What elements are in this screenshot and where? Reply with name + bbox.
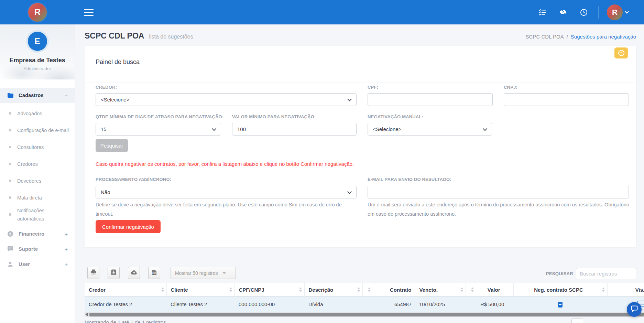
help-button[interactable]: ? [614, 47, 628, 58]
sort-icon[interactable] [299, 288, 302, 292]
sidebar-item-suporte[interactable]: Suporte + [0, 241, 75, 257]
bullet-icon [9, 163, 11, 165]
avatar[interactable]: E [28, 32, 47, 51]
negativacao-manual-label: NEGATIVAÇÃO MANUAL: [368, 114, 423, 119]
cell-neg-contrato [513, 297, 607, 312]
handshake-icon[interactable] [559, 8, 567, 17]
scroll-left-icon[interactable] [85, 313, 88, 316]
processamento-assincrono-label: PROCESSAMENTO ASSÍNCRONO: [96, 177, 171, 182]
save-button[interactable] [108, 267, 120, 279]
column-header-valor[interactable]: Valor [476, 283, 513, 297]
sidebar-item-financeiro[interactable]: $ Financeiro + [0, 226, 75, 241]
sidebar-item-credores[interactable]: Credores [0, 155, 75, 172]
column-header-descricao[interactable]: Descrição [304, 283, 362, 297]
expand-icon[interactable]: + [65, 231, 68, 237]
breadcrumb: SCPC CDL POA / Sugestões para negativaçã… [526, 34, 636, 40]
sidebar-item-notificacoes-automaticas[interactable]: Notificações automáticas [0, 206, 75, 223]
search-panel: Painel de busca ? CREDOR: <Selecione> CP… [85, 46, 636, 247]
bullet-icon [9, 180, 11, 182]
topbar: R R [0, 0, 644, 24]
expand-icon[interactable]: + [65, 261, 68, 267]
checkbox-minus-icon[interactable] [558, 302, 563, 308]
chat-widget-button[interactable] [627, 302, 642, 317]
sidebar-item-advogados[interactable]: Advogados [0, 105, 75, 122]
sort-icon[interactable] [602, 288, 605, 292]
collapse-icon[interactable]: − [65, 93, 68, 98]
negativacao-manual-select[interactable]: <Selecione> [368, 123, 492, 136]
email-resultado-field[interactable] [368, 186, 629, 198]
bullet-icon [9, 129, 11, 131]
user-icon [7, 261, 14, 268]
company-name: Empresa de Testes [0, 57, 75, 64]
pdf-export-button[interactable]: PDF [148, 267, 160, 279]
cell-contrato: 654987 [373, 297, 415, 312]
cloud-upload-button[interactable] [128, 267, 140, 279]
bullet-icon [9, 196, 11, 199]
user-avatar[interactable]: R [607, 4, 623, 20]
column-header-cliente[interactable]: Cliente [166, 283, 234, 297]
sort-icon[interactable] [460, 288, 463, 292]
sidebar-item-consultores[interactable]: Consultores [0, 139, 75, 155]
folder-icon [7, 92, 14, 99]
cell-extra-2 [466, 297, 476, 312]
topbar-icons [538, 8, 588, 17]
sidebar-item-configuracao-email[interactable]: Configuração de e-mail [0, 122, 75, 139]
column-header-contrato[interactable]: Contrato [373, 283, 415, 297]
confirmar-negativacao-button[interactable]: Confirmar negativação [96, 220, 161, 233]
expand-icon[interactable]: + [65, 246, 68, 252]
clock-icon[interactable] [580, 8, 588, 17]
column-header-credor[interactable]: Credor [85, 283, 166, 297]
processamento-assincrono-select[interactable]: Não [96, 186, 357, 198]
qtde-dias-label: QTDE MÍNIMA DE DIAS DE ATRASO PARA NEGAT… [96, 114, 223, 119]
pesquisar-button[interactable]: Pesquisar [96, 139, 128, 152]
sidebar-item-user[interactable]: User + [0, 257, 75, 272]
chevron-down-icon[interactable] [625, 11, 629, 14]
tasks-icon[interactable] [538, 8, 547, 17]
hamburger-icon[interactable] [84, 9, 94, 16]
sidebar-item-mala-direta[interactable]: Mala direta [0, 189, 75, 206]
avatar-ring: E [26, 30, 49, 53]
column-header-cpf-cnpj[interactable]: CPF/CNPJ [234, 283, 304, 297]
table-search-input[interactable] [576, 268, 636, 279]
show-entries-select[interactable]: Mostrar 50 registros [171, 267, 236, 279]
column-header-extra-1[interactable] [362, 283, 373, 297]
table-row[interactable]: Credor de Testes 2 Cliente Testes 2 000.… [85, 297, 644, 312]
sidebar-item-cadastros[interactable]: Cadastros − [0, 88, 75, 103]
sidebar-menu: Cadastros − Advogados Configuração de e-… [0, 88, 75, 272]
table-toolbar: PDF Mostrar 50 registros [87, 267, 236, 279]
sidebar-item-label: Suporte [19, 246, 38, 252]
print-button[interactable] [87, 267, 99, 279]
topbar-divider [598, 6, 599, 19]
sidebar-item-devedores[interactable]: Devedores [0, 172, 75, 189]
sort-icon[interactable] [357, 288, 360, 292]
results-table: Credor Cliente CPF/CNPJ Descrição Contra… [85, 283, 644, 312]
panel-title: Painel de busca [96, 58, 140, 66]
credor-select[interactable]: <Selecione> [96, 93, 357, 106]
column-header-vis[interactable]: Vis. [607, 283, 644, 297]
sort-icon[interactable] [161, 288, 164, 292]
column-header-neg-contrato-scpc[interactable]: Neg. contrato SCPC [513, 283, 607, 297]
column-header-extra-2[interactable] [466, 283, 476, 297]
app-logo[interactable]: R [28, 3, 47, 22]
cnpj-field[interactable] [504, 93, 629, 106]
column-header-vencto[interactable]: Vencto. [415, 283, 466, 297]
dollar-icon: $ [7, 230, 14, 237]
cpf-field[interactable] [368, 93, 493, 106]
pagination-button[interactable] [571, 319, 583, 323]
horizontal-scrollbar[interactable] [85, 312, 644, 317]
valor-minimo-field[interactable] [232, 123, 357, 136]
sort-icon[interactable] [471, 288, 474, 292]
question-icon: ? [618, 50, 624, 56]
breadcrumb-parent[interactable]: SCPC CDL POA [526, 34, 564, 40]
processamento-assincrono-help: Define se deve a negativação deve ser fe… [96, 200, 350, 219]
sidebar-item-label: Financeiro [19, 231, 44, 237]
scrollbar-thumb[interactable] [89, 313, 644, 316]
sort-icon[interactable] [368, 288, 371, 292]
breadcrumb-current[interactable]: Sugestões para negativação [571, 34, 636, 40]
qtde-dias-select[interactable]: 15 [96, 123, 221, 136]
sort-icon[interactable] [229, 288, 232, 292]
cadastros-submenu: Advogados Configuração de e-mail Consult… [0, 103, 75, 226]
svg-text:PDF: PDF [152, 272, 156, 274]
credor-label: CREDOR: [96, 85, 117, 90]
sidebar-item-label: User [19, 261, 30, 267]
